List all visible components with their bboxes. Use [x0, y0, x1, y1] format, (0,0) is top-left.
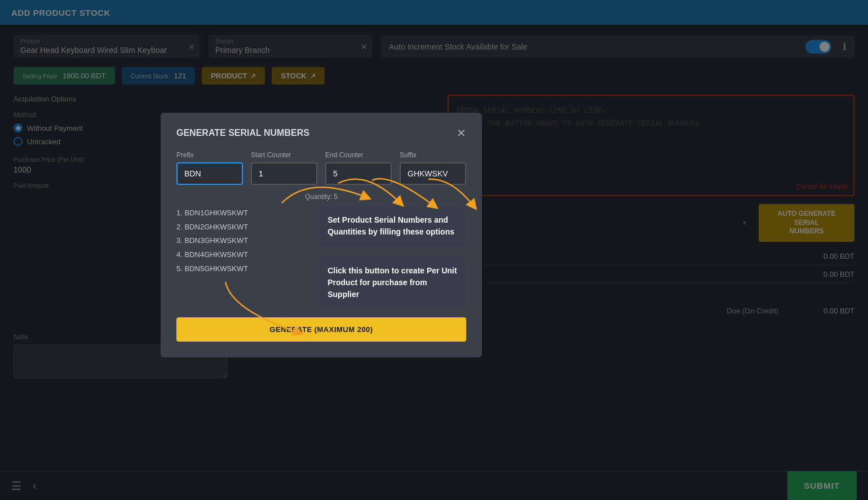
- preview-list: 1. BDN1GHKWSKWT 2. BDN2GHKWSKWT 3. BDN3G…: [176, 206, 299, 276]
- suffix-field: Suffix: [400, 151, 466, 185]
- preview-item-1: 1. BDN1GHKWSKWT: [176, 206, 299, 220]
- modal-bottom: 1. BDN1GHKWSKWT 2. BDN2GHKWSKWT 3. BDN3G…: [176, 206, 466, 308]
- end-counter-field: End Counter: [325, 151, 392, 185]
- prefix-field: Prefix: [176, 151, 243, 185]
- end-counter-label: End Counter: [325, 151, 392, 159]
- modal-fields: Prefix Start Counter End Counter Suffix: [176, 151, 466, 185]
- preview-item-4: 4. BDN4GHKWSKWT: [176, 248, 299, 262]
- prefix-label: Prefix: [176, 151, 243, 159]
- start-counter-label: Start Counter: [251, 151, 317, 159]
- start-counter-input[interactable]: [251, 162, 317, 185]
- annotation-box-2: Click this button to create Per Unit Pro…: [318, 257, 466, 308]
- prefix-input[interactable]: [176, 162, 243, 185]
- end-counter-input[interactable]: [325, 162, 392, 185]
- modal-annotation-area: Set Product Serial Numbers and Quantitie…: [307, 206, 466, 308]
- preview-item-5: 5. BDN5GHKWSKWT: [176, 262, 299, 276]
- modal-close-button[interactable]: ✕: [457, 126, 466, 140]
- quantity-label: Quantity: 5: [176, 193, 466, 201]
- modal-preview: 1. BDN1GHKWSKWT 2. BDN2GHKWSKWT 3. BDN3G…: [176, 206, 299, 276]
- preview-item-2: 2. BDN2GHKWSKWT: [176, 220, 299, 234]
- suffix-input[interactable]: [400, 162, 466, 185]
- start-counter-field: Start Counter: [251, 151, 317, 185]
- generate-button[interactable]: GENERATE (MAXIMUM 200): [176, 317, 466, 342]
- suffix-label: Suffix: [400, 151, 466, 159]
- generate-serial-modal: GENERATE SERIAL NUMBERS ✕ Prefix Start C…: [161, 113, 482, 357]
- annotation-box-1: Set Product Serial Numbers and Quantitie…: [318, 206, 466, 246]
- preview-item-3: 3. BDN3GHKWSKWT: [176, 234, 299, 248]
- modal-header: GENERATE SERIAL NUMBERS ✕: [176, 126, 466, 140]
- modal-title: GENERATE SERIAL NUMBERS: [176, 128, 309, 138]
